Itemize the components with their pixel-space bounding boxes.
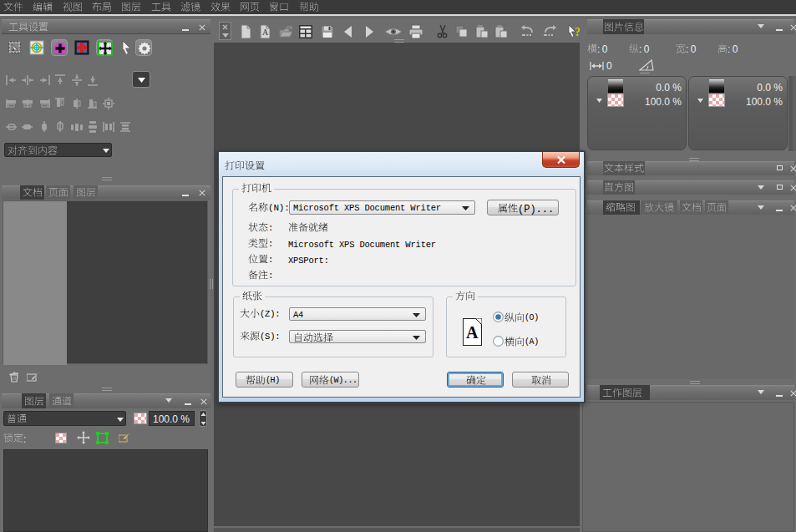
svg-text:A: A: [262, 28, 269, 37]
